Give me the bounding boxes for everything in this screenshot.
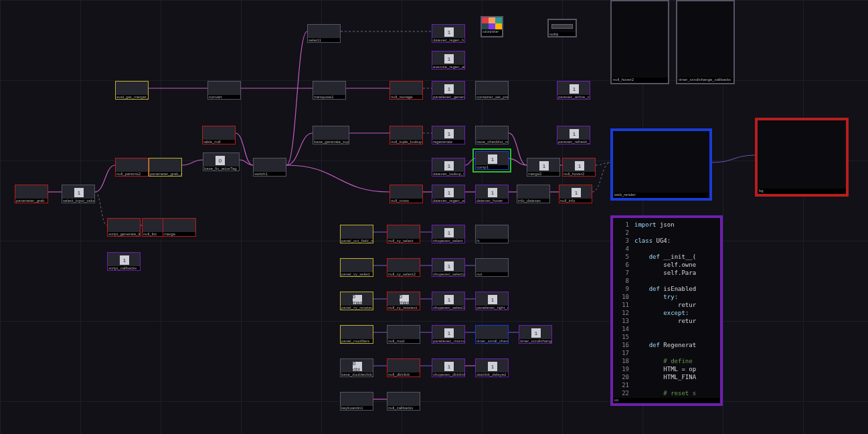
node-body: 1 [563, 158, 595, 172]
panel-label: null_hover2 [612, 78, 668, 83]
node-body: 1 [432, 359, 464, 372]
code-text: 1import json 2 3class UG4: 4 5 def __ini… [613, 218, 700, 400]
wire [465, 158, 475, 165]
node-label: chopexec_select3 [432, 306, 464, 310]
node-body [476, 225, 508, 239]
node-parexec_active_changes[interactable]: 1 parexec_active_changes [557, 81, 590, 100]
node-panel_out_field_mode[interactable]: panel_out_field_mode [340, 225, 373, 243]
node-badge: 1 [488, 362, 497, 371]
node-badge: 1 [444, 362, 454, 371]
node-label: colorpicker [482, 29, 502, 35]
node-container_set_preview[interactable]: container_set_preview [475, 81, 509, 100]
node-badge: 0 [215, 156, 225, 165]
node-body [476, 259, 508, 272]
node-label: panel_out_field_mode [341, 239, 373, 243]
node-null_storage[interactable]: null_storage [389, 81, 423, 100]
node-panelexec_right_click[interactable]: 1 panelexec_right_click [475, 292, 509, 310]
node-regenerate[interactable]: 1 regenerate [432, 126, 465, 144]
node-chopexec_select2[interactable]: 1 chopexec_select2 [432, 258, 465, 277]
node-null_hover2[interactable]: 1 null_hover2 [562, 158, 596, 177]
node-script_generate_list[interactable]: script_generate_list_of_bind_names [107, 218, 141, 237]
node-base_doubleclick_detect[interactable]: 0 dbl base_doubleclick_detect [340, 358, 373, 377]
node-merge2[interactable]: 1 merge2 [527, 158, 560, 177]
node-label: null_hover2 [563, 172, 595, 176]
panel-bg[interactable]: bg [755, 118, 849, 197]
node-chopexec_select3[interactable]: 1 chopexec_select3 [432, 292, 465, 310]
node-body [390, 126, 422, 140]
node-datexec_lookup_ld[interactable]: 1 datexec_lookup_ld [432, 158, 465, 177]
node-canvas[interactable]: parameter_grab1 select_input_value eval_… [0, 0, 868, 434]
wire [286, 133, 313, 165]
panel-label: web_render [613, 193, 709, 198]
node-datexec_hover[interactable]: 1 datexec_hover [475, 185, 509, 203]
node-body [476, 82, 508, 95]
node-fx[interactable]: fx [475, 225, 509, 243]
node-datexec_regen_on_op[interactable]: 1 datexec_regen_on_op [432, 185, 465, 203]
panel-web-render[interactable]: web_render [610, 128, 712, 201]
node-switch1[interactable]: switch1 [253, 158, 286, 177]
node-label: panelexec_general_ld [432, 95, 464, 99]
node-badge: 0 max [400, 295, 409, 304]
node-panel_modifiers[interactable]: panel_modifiers [340, 325, 373, 344]
node-null_xy_select2[interactable]: null_xy_select2 [387, 258, 420, 277]
node-convert[interactable]: convert [207, 81, 241, 100]
node-null_xy_select[interactable]: null_xy_select [387, 225, 420, 243]
node-transpose1[interactable]: transpose1 [313, 81, 346, 100]
node-label: chopexec_select [432, 239, 464, 243]
node-body: 1 [476, 359, 508, 372]
node-body [387, 393, 420, 406]
node-base_checklist_rc_type[interactable]: base_checklist_rc_type [475, 126, 509, 144]
node-parexec_refresh_reload[interactable]: 1 parexec_refresh_reload [557, 126, 590, 144]
node-null_cross[interactable]: null_cross [389, 185, 423, 203]
node-body: 1 [432, 51, 464, 65]
node-panelexec_mscroll_change[interactable]: 1 panelexec_mscroll_change [432, 325, 465, 344]
node-label: timer_scroll_change [476, 339, 508, 343]
node-badge: 1 [539, 161, 549, 171]
node-null_xy_resetect[interactable]: 0 max null_xy_resetect [387, 292, 420, 310]
node-body [149, 158, 181, 172]
node-panel_xy_resetect[interactable]: 0 max panel_xy_resetect [340, 292, 373, 310]
node-not1[interactable]: not [475, 258, 509, 277]
node-base_fix_act_tag[interactable]: 0 base_fix_actorTag [203, 152, 240, 171]
node-script_callbacks[interactable]: 1 script_callbacks [107, 252, 141, 271]
node-chopexec_select[interactable]: 1 chopexec_select [432, 225, 465, 243]
node-execute_regen_all_storage[interactable]: 1 execute_regen_all_storage [432, 51, 465, 70]
node-panel_xy_select[interactable]: panel_xy_select [340, 258, 373, 277]
node-null_info[interactable]: 1 null_info [559, 185, 592, 203]
node-select_input_value[interactable]: 1 select_input_value [62, 185, 95, 203]
node-null_params2[interactable]: null_params2 [115, 158, 149, 177]
node-parameter_grab[interactable]: parameter_grab [15, 185, 48, 203]
node-parameter_grab_rox[interactable]: parameter_grab_rox [149, 158, 182, 177]
node-base_generate_tuple_lookup[interactable]: base_generate_tuple_lookup [313, 126, 349, 144]
node-null_dblclick[interactable]: null_dblclick [387, 358, 420, 377]
node-comp1[interactable]: 1 comp1 [475, 151, 509, 170]
node-null_callbacks[interactable]: null_callbacks [387, 392, 420, 411]
node-eval_get_merger_ops[interactable]: eval_get_merger_ops [115, 81, 149, 100]
node-timer_scrollchange_cb[interactable]: 1 timer_scrollchange_callbacks [519, 325, 552, 344]
node-chopexec_dblclick[interactable]: 1 chopexec_dblclick [432, 358, 465, 377]
panel-code-editor[interactable]: 1import json 2 3class UG4: 4 5 def __ini… [610, 215, 723, 406]
node-info_datexec[interactable]: info_datexec [517, 185, 550, 203]
node-body [313, 126, 349, 140]
node-datexec_regen_full[interactable]: 1 datexec_regen_full [432, 24, 465, 43]
node-label: script_callbacks [108, 266, 140, 270]
node-timer_scroll_change[interactable]: timer_scroll_change [475, 325, 509, 344]
node-select1[interactable]: select1 [307, 24, 341, 43]
node-label: fx [476, 239, 508, 243]
node-label: null_callbacks [387, 406, 420, 410]
node-panelexec_general_ld[interactable]: 1 panelexec_general_ld [432, 81, 465, 100]
node-merge_list[interactable]: merge [163, 218, 196, 237]
node-body [208, 82, 240, 95]
node-label: panel_modifiers [341, 339, 373, 343]
node-table_null[interactable]: table_null [202, 126, 236, 144]
node-body: 1 [519, 326, 551, 339]
node-datclick_delayed[interactable]: 1 datclick_delayed [475, 358, 509, 377]
colorpicker-node[interactable]: colorpicker [481, 16, 503, 37]
node-null_tuple_lookup[interactable]: null_tuple_lookup [389, 126, 423, 144]
node-null_mod[interactable]: null_mod [387, 325, 420, 344]
node-body: 0 [203, 153, 239, 167]
container-foreground-focus[interactable]: null_hover2 [610, 0, 669, 84]
container-disable-interaction[interactable]: timer_scrollchange_callbacks [676, 0, 735, 84]
node-keyboardin1[interactable]: keyboardin1 [340, 392, 373, 411]
tooltip-node[interactable]: tooltip [547, 19, 577, 37]
